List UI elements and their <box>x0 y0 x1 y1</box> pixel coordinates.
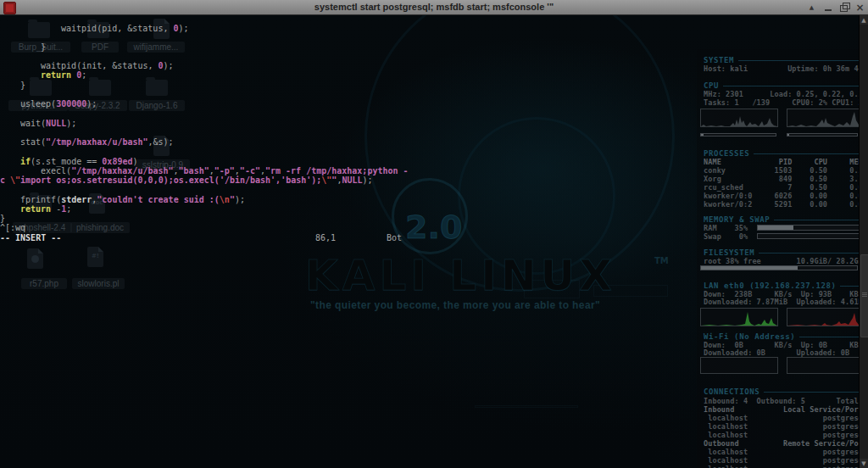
desktop-icon-label[interactable]: phishing.doc <box>70 222 130 233</box>
desktop-icon-label[interactable]: r57.php <box>21 278 67 289</box>
wallpaper-slogan: "the quieter you become, the more you ar… <box>310 299 600 311</box>
code-token: ); <box>235 195 245 204</box>
code-token: } <box>0 214 5 223</box>
process-row: kworker/0:0 6026 0.00 0.0 <box>704 192 860 200</box>
php-file-icon[interactable] <box>27 248 43 269</box>
code-line: } <box>20 81 25 90</box>
conky-section-filesystem: FILESYSTEM <box>704 248 860 257</box>
desktop-icon-label[interactable]: Django-1.6 <box>129 100 185 111</box>
code-token: NULL <box>46 119 66 128</box>
restore-icon <box>840 5 848 12</box>
scrollbar-thumb[interactable] <box>860 254 868 337</box>
code-token: fprintf( <box>20 195 61 204</box>
code-token: ); <box>66 119 76 128</box>
conky-section-cpu: CPU <box>704 81 860 90</box>
connection-row: localhost postgresq <box>704 456 860 465</box>
scroll-down-arrow[interactable]: ▼ <box>860 459 868 468</box>
code-line: } <box>41 42 46 52</box>
code-token: 0x89ed <box>102 157 132 166</box>
code-line: } <box>0 214 5 223</box>
wallpaper-version-text: 2.0 <box>405 209 462 246</box>
code-token: stderr <box>61 195 92 204</box>
kali-desktop-screen: 2.0 KALI LINUX TM "the quieter you becom… <box>0 0 868 468</box>
process-table-header: NAME PID CPU MEM <box>704 158 860 166</box>
code-line: ^[:wq <box>0 223 25 232</box>
code-token: ^[:wq <box>0 223 25 232</box>
shade-button[interactable]: ▲ <box>806 2 817 13</box>
wallpaper-brand-text: KALI LINUX <box>305 251 616 300</box>
code-line: stat("/tmp/haxhax/u/bash",&s); <box>20 137 174 147</box>
terminal-scrollbar[interactable]: ▲ ▼ <box>859 15 868 468</box>
conky-mhz-load: MHz: 2301 Load: 0.25, 0.22, 0.1 <box>704 90 860 98</box>
desktop-icon-label[interactable]: wifijamme... <box>127 42 185 53</box>
code-token: } <box>41 42 46 52</box>
minimize-icon <box>825 9 832 11</box>
vim-scroll-position: Bot <box>387 233 402 242</box>
code-token: wait( <box>20 119 46 128</box>
desktop-wallpaper: 2.0 KALI LINUX TM "the quieter you becom… <box>0 15 868 468</box>
swap-label: Swap 0% <box>704 232 748 241</box>
folder-icon[interactable] <box>89 80 111 96</box>
lan-upload-graph <box>787 308 860 326</box>
code-token: c <box>0 176 10 185</box>
conky-tasks: Tasks: 1 /139 CPU0: 2% CPU1: 2 <box>704 98 860 107</box>
ram-label: RAM 35% <box>704 224 748 232</box>
connections-summary: Inbound: 4 Outbound: 5 Total: <box>704 397 860 405</box>
folder-icon[interactable] <box>146 80 168 96</box>
code-token: NULL <box>342 176 362 185</box>
code-token: import os;os.setresuid(0,0,0);os.execl('… <box>20 176 321 185</box>
ram-bar <box>757 225 860 231</box>
php-logo-glyph <box>31 255 39 263</box>
code-token: "couldn't create suid :( <box>97 195 220 204</box>
code-line: return 0; <box>41 70 86 80</box>
conky-section-lan: LAN eth0 (192.168.237.128) <box>704 281 860 290</box>
code-line: execl("/tmp/haxhax/u/bash","bash","-p","… <box>41 166 409 176</box>
code-line: wait(NULL); <box>20 119 76 128</box>
wifi-upload-graph <box>787 357 860 374</box>
code-token: } <box>20 81 25 90</box>
code-token: ); <box>164 61 174 70</box>
connection-row: localhost postgresq <box>704 414 860 422</box>
code-token: \" <box>321 176 331 185</box>
window-titlebar[interactable]: systemctl start postgresql; msfdb start;… <box>0 0 868 15</box>
connection-row: localhost postgresq <box>704 422 860 431</box>
code-line: waitpid(pid, &status, 0); <box>61 24 189 33</box>
maximize-restore-button[interactable] <box>838 2 849 13</box>
circuit-decor <box>475 405 578 408</box>
minimize-button[interactable] <box>822 2 833 13</box>
process-row: rcu_sched 7 0.50 0.0 <box>704 183 860 192</box>
cpu1-graph <box>787 109 860 127</box>
code-token: "-p" <box>214 166 235 176</box>
scroll-up-arrow[interactable]: ▲ <box>860 15 868 25</box>
inbound-header: Inbound Local Service/Por <box>704 405 859 414</box>
close-button[interactable]: × <box>854 2 865 13</box>
code-token: (s.st_mode == <box>31 157 102 166</box>
code-token: ); <box>86 99 97 109</box>
conky-section-wifi: Wi-Fi (No Address) <box>704 332 860 341</box>
wallpaper-trademark: TM <box>654 256 669 265</box>
filesystem-row: root 38% free 10.9GiB/ 28.2Gi <box>704 257 860 265</box>
connection-row: localhost postgresq <box>704 431 860 439</box>
code-token: \n <box>220 195 230 204</box>
lan-totals: Downloaded: 7.87MiB Uploaded: 4.61Mi <box>704 298 860 306</box>
code-line: usleep(300000); <box>20 99 97 109</box>
desktop-icon-label[interactable]: slowloris.pl <box>72 278 125 289</box>
code-token: execl( <box>41 166 71 176</box>
wifi-download-graph <box>700 357 778 374</box>
code-token: usleep( <box>20 99 56 109</box>
conky-section-connections: CONNECTIONS <box>704 387 860 396</box>
shebang-glyph: #! <box>87 253 103 259</box>
code-token: return <box>41 70 71 80</box>
folder-icon[interactable] <box>30 80 52 96</box>
code-token: ; <box>81 70 86 80</box>
desktop-icon-label[interactable]: PDF <box>81 42 119 53</box>
code-line: c \"import os;os.setresuid(0,0,0);os.exe… <box>0 176 373 185</box>
wifi-totals: Downloaded: 0B Uploaded: 0B <box>704 348 849 357</box>
script-file-icon[interactable]: #! <box>87 247 103 267</box>
folder-icon[interactable] <box>28 22 50 38</box>
code-line: return -1; <box>20 204 71 214</box>
code-token: "rm -rf /tmp/haxhax;python - <box>265 166 409 176</box>
process-row: conky 1503 0.50 0.3 <box>704 166 860 175</box>
vim-mode-indicator: -- INSERT -- <box>0 233 61 242</box>
code-line: waitpid(init, &status, 0); <box>41 61 174 70</box>
